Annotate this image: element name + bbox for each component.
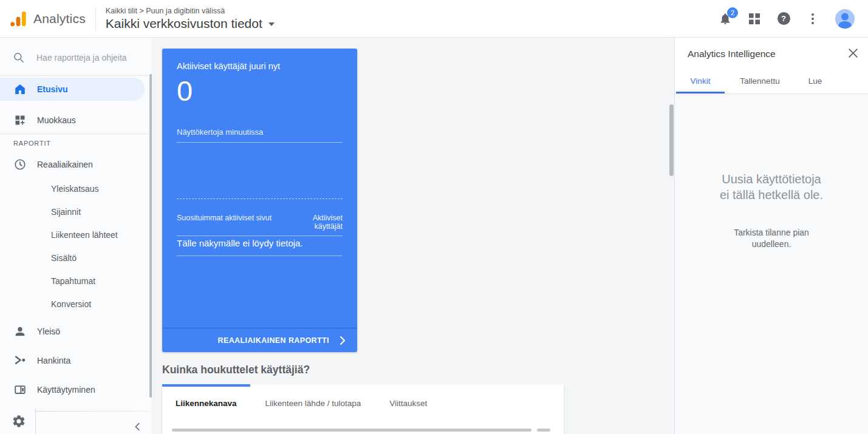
sidebar-item-label: Etusivu bbox=[37, 84, 68, 94]
help-button[interactable]: ? bbox=[776, 11, 791, 27]
more-options-button[interactable] bbox=[805, 11, 821, 27]
close-icon bbox=[848, 48, 858, 58]
sidebar-item-customize[interactable]: Muokkaus bbox=[0, 109, 152, 132]
admin-settings-button[interactable] bbox=[12, 414, 26, 431]
sidebar-item-realtime-conversions[interactable]: Konversiot bbox=[0, 293, 152, 316]
page-title: Kaikki verkkosivuston tiedot bbox=[106, 16, 262, 31]
sidebar-item-acquisition[interactable]: Hankinta bbox=[0, 349, 152, 372]
top-pages-header: Suosituimmat aktiiviset sivut bbox=[177, 214, 272, 231]
sidebar-item-label: Käyttäytyminen bbox=[37, 385, 95, 395]
tab-saved[interactable]: Tallennettu bbox=[740, 76, 779, 86]
main-scrollbar[interactable] bbox=[669, 104, 674, 176]
acquisition-card: Liikennekanava Liikenteen lähde / tulota… bbox=[162, 384, 564, 434]
active-users-header: Aktiiviset käyttäjät bbox=[299, 214, 343, 231]
analytics-logo[interactable]: Analytics bbox=[9, 9, 86, 29]
intelligence-empty-subtitle: Tarkista tilanne pian uudelleen. bbox=[719, 227, 824, 250]
sidebar-item-realtime-overview[interactable]: Yleiskatsaus bbox=[0, 177, 152, 200]
behavior-window-icon bbox=[13, 383, 27, 396]
avatar[interactable] bbox=[835, 9, 855, 29]
apps-grid-button[interactable] bbox=[747, 11, 762, 27]
horizontal-scrollbar[interactable] bbox=[172, 429, 531, 432]
help-icon: ? bbox=[777, 12, 790, 25]
notification-badge: 2 bbox=[727, 7, 738, 18]
kebab-menu-icon bbox=[812, 13, 814, 24]
sidebar-item-label: Reaaliaikainen bbox=[37, 160, 93, 169]
chart-baseline bbox=[177, 198, 343, 199]
person-icon bbox=[835, 9, 855, 29]
sub-item-label: Liikenteen lähteet bbox=[51, 230, 118, 240]
horizontal-scrollbar-segment[interactable] bbox=[537, 429, 550, 432]
divider bbox=[35, 411, 152, 412]
active-tab-underline bbox=[676, 92, 725, 93]
reports-section-label: RAPORTIT bbox=[13, 140, 51, 147]
acquisition-heading: Kuinka houkuttelet käyttäjiä? bbox=[162, 364, 310, 376]
breadcrumb[interactable]: Kaikki tilit > Puun ja digibitin välissä bbox=[106, 7, 275, 15]
sub-item-label: Yleiskatsaus bbox=[51, 184, 99, 194]
chevron-down-icon bbox=[268, 22, 275, 26]
intelligence-title: Analytics Intelligence bbox=[688, 49, 776, 59]
sub-item-label: Sisältö bbox=[51, 253, 77, 263]
top-bar: Analytics Kaikki tilit > Puun ja digibit… bbox=[0, 0, 868, 38]
acquisition-tabs: Liikennekanava Liikenteen lähde / tulota… bbox=[176, 399, 427, 408]
sub-item-label: Tapahtumat bbox=[51, 276, 95, 286]
sidebar-item-realtime-events[interactable]: Tapahtumat bbox=[0, 270, 152, 293]
sidebar-item-audience[interactable]: Yleisö bbox=[0, 320, 152, 343]
intelligence-empty-title: Uusia käyttötietoja ei tällä hetkellä ol… bbox=[717, 171, 825, 203]
acquisition-branch-icon bbox=[13, 354, 27, 367]
tab-referrals[interactable]: Viittaukset bbox=[389, 399, 427, 408]
sidebar-search bbox=[0, 47, 152, 68]
sub-item-label: Sijainnit bbox=[51, 207, 81, 217]
apps-grid-icon bbox=[749, 13, 760, 24]
analytics-app: Analytics Kaikki tilit > Puun ja digibit… bbox=[0, 0, 868, 434]
chevron-left-icon bbox=[133, 422, 142, 431]
pageviews-per-minute-label: Näyttökertoja minuutissa bbox=[177, 127, 343, 143]
dashboard-customize-icon bbox=[13, 114, 27, 126]
realtime-table-header: Suosituimmat aktiiviset sivut Aktiiviset… bbox=[177, 214, 343, 236]
sidebar-item-realtime-traffic-sources[interactable]: Liikenteen lähteet bbox=[0, 223, 152, 246]
notifications-button[interactable]: 2 bbox=[717, 11, 733, 27]
sidebar-item-behavior[interactable]: Käyttäytyminen bbox=[0, 378, 152, 401]
sidebar-item-label: Yleisö bbox=[37, 327, 60, 336]
sidebar-item-realtime[interactable]: Reaaliaikainen bbox=[0, 153, 152, 176]
account-context: Kaikki tilit > Puun ja digibitin välissä… bbox=[106, 7, 275, 31]
sub-item-label: Konversiot bbox=[51, 299, 91, 309]
chevron-right-icon bbox=[338, 336, 347, 345]
active-tab-indicator bbox=[162, 384, 250, 387]
realtime-empty-message: Tälle näkymälle ei löydy tietoja. bbox=[177, 238, 343, 256]
tab-source-medium[interactable]: Liikenteen lähde / tulotapa bbox=[265, 399, 361, 408]
view-selector[interactable]: Kaikki verkkosivuston tiedot bbox=[106, 16, 275, 31]
sidebar-item-realtime-locations[interactable]: Sijainnit bbox=[0, 200, 152, 223]
home-icon bbox=[13, 83, 27, 96]
clock-icon bbox=[13, 158, 27, 171]
search-icon bbox=[13, 52, 25, 64]
realtime-report-button[interactable]: REAALIAIKAINEN RAPORTTI bbox=[162, 328, 357, 352]
intelligence-header: Analytics Intelligence Vinkit Tallennett… bbox=[675, 38, 868, 94]
sidebar-item-home[interactable]: Etusivu bbox=[0, 78, 145, 101]
close-panel-button[interactable] bbox=[846, 46, 859, 59]
realtime-report-label: REAALIAIKAINEN RAPORTTI bbox=[217, 336, 329, 345]
divider bbox=[0, 134, 152, 134]
person-icon bbox=[13, 325, 27, 338]
realtime-widget: Aktiiviset käyttäjät juuri nyt 0 Näyttök… bbox=[162, 49, 357, 352]
divider bbox=[0, 75, 152, 76]
active-users-count: 0 bbox=[177, 74, 193, 107]
tab-traffic-channel[interactable]: Liikennekanava bbox=[176, 399, 237, 408]
divider bbox=[35, 409, 36, 434]
sidebar-item-realtime-content[interactable]: Sisältö bbox=[0, 246, 152, 270]
tab-read[interactable]: Lue bbox=[808, 76, 822, 86]
intelligence-panel: Analytics Intelligence Vinkit Tallennett… bbox=[674, 38, 868, 434]
gear-icon bbox=[12, 414, 26, 429]
realtime-title: Aktiiviset käyttäjät juuri nyt bbox=[177, 61, 280, 71]
sidebar-item-label: Hankinta bbox=[37, 356, 70, 365]
tab-insights[interactable]: Vinkit bbox=[691, 76, 711, 86]
header-actions: 2 ? bbox=[704, 9, 855, 29]
product-name: Analytics bbox=[33, 12, 86, 26]
search-input[interactable] bbox=[36, 53, 140, 63]
header-divider bbox=[95, 7, 96, 31]
analytics-logo-icon bbox=[9, 9, 28, 29]
sidebar-item-label: Muokkaus bbox=[37, 115, 76, 125]
main-content: Aktiiviset käyttäjät juuri nyt 0 Näyttök… bbox=[152, 38, 674, 434]
sidebar-collapse-button[interactable] bbox=[133, 422, 142, 433]
sidebar: Etusivu Muokkaus RAPORTIT Reaaliaikainen… bbox=[0, 38, 152, 434]
